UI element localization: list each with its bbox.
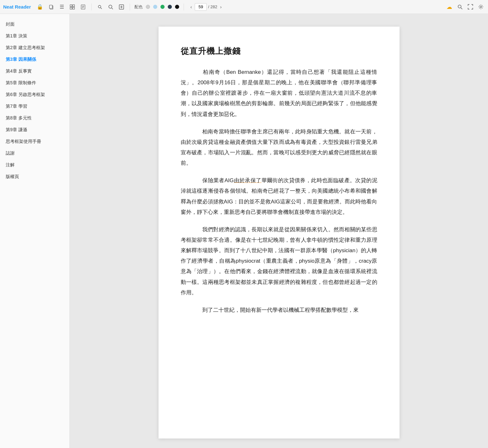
svg-line-13 [112,8,113,9]
paragraph-4: 我們對經濟的認識，長期以來就是從因果關係來切入。然而相關的某些思考框架卻常常不合… [181,224,377,298]
svg-rect-4 [70,7,72,9]
sidebar-item-handbook[interactable]: 思考框架使用手冊 [0,136,69,147]
layout: 封面 第1章 決策 第2章 建立思考框架 第3章 因果關係 第4章 反事實 第5… [0,14,488,448]
sidebar-item-cover[interactable]: 封面 [0,18,69,30]
highlight-span: 由於承保了 [234,177,261,183]
sidebar-item-ch5[interactable]: 第5章 限制條件 [0,77,69,89]
color-dot-4[interactable] [168,5,172,9]
sidebar-item-ch3[interactable]: 第3章 因果關係 [0,54,69,65]
app-title: Neat Reader [3,4,31,10]
paragraph-1: 柏南奇（Ben Bernanke）還記得，當時自己想著「我還能阻止這種情況」。2… [181,67,377,119]
color-dot-5[interactable] [175,5,179,9]
sep-2 [130,3,130,10]
grid-icon[interactable] [68,3,76,11]
sidebar: 封面 第1章 決策 第2章 建立思考框架 第3章 因果關係 第4章 反事實 第5… [0,14,70,448]
sep-1 [91,3,92,10]
menu-icon[interactable]: ☰ [58,3,65,11]
search-large-icon[interactable] [107,3,114,11]
page-icon[interactable] [79,3,87,11]
page-nav: ‹ / 282 › [189,3,223,11]
add-icon[interactable] [118,3,125,11]
search-right-icon[interactable] [456,3,464,11]
fullscreen-icon[interactable] [466,3,474,11]
page-input[interactable] [195,3,207,11]
copy-icon[interactable] [48,3,55,11]
color-dot-1[interactable] [146,5,150,9]
paragraph-2: 柏南奇當時擔任聯準會主席已有兩年，此時身陷重大危機。就在一天前，由於次級房貸這種… [181,126,377,169]
svg-line-18 [461,8,462,9]
sidebar-item-ch4[interactable]: 第4章 反事實 [0,65,69,77]
sidebar-item-ch2[interactable]: 第2章 建立思考框架 [0,42,69,54]
svg-point-10 [98,5,101,8]
sep-3 [184,3,184,10]
svg-rect-3 [73,5,75,7]
chapter-title: 從直升機上撒錢 [181,46,377,57]
sidebar-item-ch7[interactable]: 第7章 學習 [0,100,69,112]
svg-rect-2 [70,5,72,7]
sidebar-item-ch9[interactable]: 第9章 謙遜 [0,124,69,136]
prev-page-button[interactable]: ‹ [189,4,194,10]
svg-rect-1 [49,5,52,9]
cloud-icon[interactable]: ☁ [445,2,453,12]
sidebar-item-ch1[interactable]: 第1章 決策 [0,30,69,42]
color-dot-2[interactable] [153,5,157,9]
sidebar-item-copyright[interactable]: 版權頁 [0,171,69,182]
paragraph-3: 保險業者AIG由於承保了華爾街的次貸債券，此時也面臨破產。次貸的泥淖就這樣逐漸侵… [181,175,377,217]
svg-line-11 [101,8,102,9]
topbar: Neat Reader 🔒 ☰ 配色 [0,0,488,14]
page-sep: / 282 [208,4,217,9]
search-small-icon[interactable] [96,3,104,11]
svg-point-12 [109,5,112,8]
svg-point-17 [458,5,461,8]
topbar-right: ☁ [445,2,485,12]
main-content: 從直升機上撒錢 柏南奇（Ben Bernanke）還記得，當時自己想著「我還能阻… [70,14,488,448]
lock-icon[interactable]: 🔒 [36,3,44,11]
page-container: 從直升機上撒錢 柏南奇（Ben Bernanke）還記得，當時自己想著「我還能阻… [159,27,400,438]
sidebar-item-ch8[interactable]: 第8章 多元性 [0,112,69,124]
color-label: 配色 [134,4,143,10]
paragraph-5: 到了二十世紀，開始有新一代學者以機械工程學搭配數學模型，來 [181,305,377,315]
svg-point-19 [480,6,482,8]
svg-rect-5 [73,7,75,9]
next-page-button[interactable]: › [218,4,223,10]
color-dot-3[interactable] [160,5,165,9]
sidebar-item-ch6[interactable]: 第6章 另啟思考框架 [0,89,69,100]
settings-icon[interactable] [477,3,485,11]
sidebar-item-thanks[interactable]: 誌謝 [0,147,69,159]
sidebar-item-notes[interactable]: 注解 [0,159,69,171]
